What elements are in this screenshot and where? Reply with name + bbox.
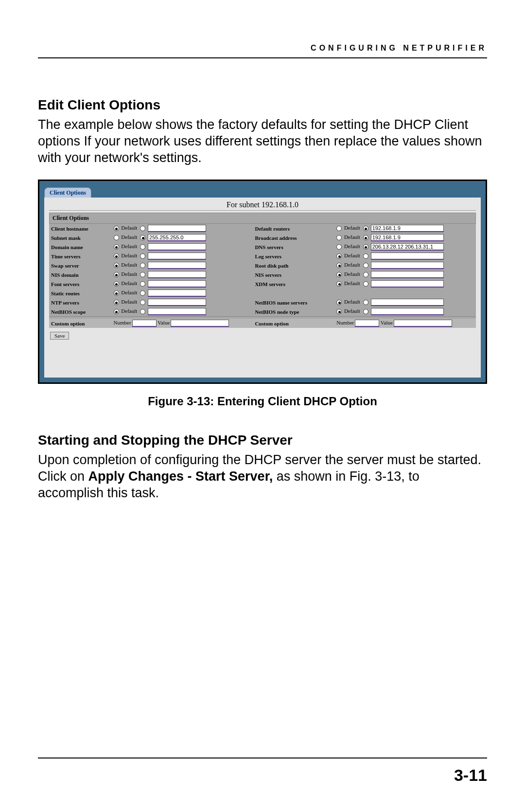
option-label: NIS domain	[49, 270, 112, 279]
radio-value[interactable]	[363, 235, 368, 240]
figure-caption: Figure 3-13: Entering Client DHCP Option	[38, 395, 487, 408]
option-input[interactable]	[148, 243, 206, 251]
radio-default[interactable]	[114, 263, 119, 268]
default-label-text: Default	[121, 280, 137, 286]
option-input[interactable]	[371, 243, 444, 251]
option-input[interactable]	[148, 225, 206, 232]
screenshot-body: For subnet 192.168.1.0 Client Options Cl…	[44, 198, 481, 378]
default-label-text: Default	[121, 271, 137, 277]
option-input[interactable]	[148, 271, 206, 278]
paragraph-starting-stopping: Upon completion of configuring the DHCP …	[38, 452, 487, 501]
radio-value[interactable]	[140, 309, 145, 314]
radio-default[interactable]	[336, 235, 342, 240]
radio-default[interactable]	[336, 309, 342, 314]
option-label: Default routers	[253, 224, 334, 233]
radio-default[interactable]	[114, 290, 119, 296]
option-input[interactable]	[371, 280, 444, 288]
option-input[interactable]	[371, 299, 444, 306]
radio-default[interactable]	[114, 272, 119, 277]
start-para-bold: Apply Changes - Start Server,	[88, 469, 273, 484]
option-input[interactable]	[148, 299, 206, 306]
radio-default[interactable]	[336, 226, 342, 231]
custom-option-right: Number Value	[334, 319, 476, 328]
default-label-text: Default	[344, 299, 360, 305]
option-label: NetBIOS node type	[253, 307, 334, 317]
option-input[interactable]	[148, 308, 206, 315]
radio-default[interactable]	[114, 235, 119, 240]
option-input[interactable]	[148, 289, 206, 297]
default-label-text: Default	[121, 243, 137, 249]
radio-default[interactable]	[336, 244, 342, 250]
content: Edit Client Options The example below sh…	[38, 58, 487, 502]
radio-value[interactable]	[140, 244, 145, 250]
subtitle-rule	[49, 210, 476, 211]
radio-default[interactable]	[336, 253, 342, 259]
option-input[interactable]	[371, 234, 444, 241]
radio-default[interactable]	[114, 244, 119, 250]
default-label-text: Default	[121, 234, 137, 240]
radio-value[interactable]	[140, 235, 145, 240]
radio-default[interactable]	[114, 309, 119, 314]
custom-number-input[interactable]	[355, 320, 379, 327]
heading-edit-client-options: Edit Client Options	[38, 97, 487, 113]
tab-client-options[interactable]: Client Options	[44, 187, 91, 198]
heading-starting-stopping: Starting and Stopping the DHCP Server	[38, 433, 487, 448]
radio-default[interactable]	[114, 226, 119, 231]
radio-value[interactable]	[363, 226, 368, 231]
radio-value[interactable]	[140, 290, 145, 296]
radio-default[interactable]	[336, 272, 342, 277]
radio-default[interactable]	[114, 253, 119, 259]
default-label-text: Default	[344, 280, 360, 286]
option-controls: Default	[112, 307, 253, 317]
radio-value[interactable]	[363, 272, 368, 277]
option-row: NTP servers Default NetBIOS name servers…	[49, 298, 476, 307]
radio-value[interactable]	[140, 263, 145, 268]
option-input[interactable]	[148, 280, 206, 288]
custom-value-input[interactable]	[171, 320, 229, 327]
radio-default[interactable]	[336, 281, 342, 287]
option-input[interactable]	[148, 262, 206, 269]
radio-value[interactable]	[140, 226, 145, 231]
option-controls: Default	[112, 261, 253, 270]
radio-default[interactable]	[336, 263, 342, 268]
radio-value[interactable]	[363, 244, 368, 250]
default-label-text: Default	[121, 299, 137, 305]
default-label-text: Default	[121, 308, 137, 314]
option-input[interactable]	[371, 308, 444, 315]
radio-value[interactable]	[140, 253, 145, 259]
radio-value[interactable]	[363, 300, 368, 305]
page-number: 3-11	[454, 766, 487, 785]
radio-value[interactable]	[140, 281, 145, 287]
option-input[interactable]	[371, 262, 444, 269]
radio-value[interactable]	[363, 281, 368, 287]
screenshot-window: Client Options For subnet 192.168.1.0 Cl…	[44, 186, 481, 378]
option-label: Time servers	[49, 252, 112, 261]
radio-value[interactable]	[140, 272, 145, 277]
radio-default[interactable]	[114, 300, 119, 305]
option-input[interactable]	[148, 234, 206, 241]
bottom-rule	[38, 758, 487, 758]
option-input[interactable]	[371, 271, 444, 278]
options-tbody: Client hostname Default Default routers …	[49, 224, 476, 342]
option-controls: Default	[112, 270, 253, 279]
custom-value-input[interactable]	[394, 320, 452, 327]
option-label: Subnet mask	[49, 233, 112, 242]
option-input[interactable]	[371, 225, 444, 232]
radio-value[interactable]	[363, 263, 368, 268]
option-row: Client hostname Default Default routers …	[49, 224, 476, 233]
option-row: NIS domain Default NIS servers Default	[49, 270, 476, 279]
default-label-text: Default	[121, 225, 137, 231]
option-controls: Default	[334, 279, 476, 289]
radio-value[interactable]	[363, 309, 368, 314]
radio-default[interactable]	[114, 281, 119, 287]
radio-default[interactable]	[336, 300, 342, 305]
option-input[interactable]	[371, 253, 444, 260]
option-input[interactable]	[148, 253, 206, 260]
option-label: Broadcast address	[253, 233, 334, 242]
radio-value[interactable]	[140, 300, 145, 305]
custom-number-input[interactable]	[132, 320, 157, 327]
number-label: Number	[336, 320, 354, 325]
save-button[interactable]: Save	[50, 332, 69, 340]
option-controls: Default	[334, 224, 476, 233]
radio-value[interactable]	[363, 253, 368, 259]
